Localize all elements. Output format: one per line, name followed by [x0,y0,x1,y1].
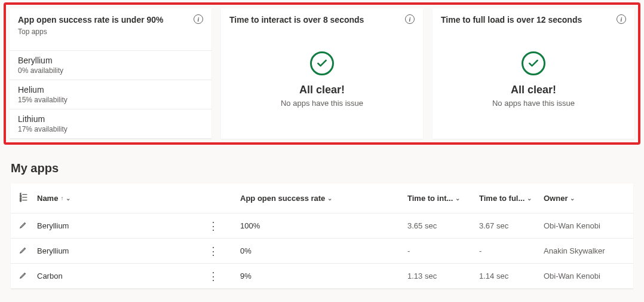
all-clear-block: All clear! No apps have this issue [433,28,634,108]
time-interact-cell: - [407,246,479,255]
table-header-row: 123 Name ↑ ⌄ App open success rate ⌄ Tim… [11,184,633,213]
list-item[interactable]: Helium 15% availability [10,80,211,109]
table-row[interactable]: Carbon ⋮ 9% 1.13 sec 1.14 sec Obi-Wan Ke… [11,264,633,289]
number-list-icon[interactable]: 123 [19,193,31,205]
chevron-down-icon: ⌄ [455,195,460,202]
chevron-down-icon: ⌄ [327,195,332,202]
card-subtitle: Top apps [10,28,211,39]
app-name-cell: Beryllium [37,221,69,230]
app-name: Helium [18,85,203,94]
list-item[interactable]: Lithium 17% availability [10,109,211,139]
all-clear-title: All clear! [511,84,556,96]
success-cell: 0% [240,246,407,255]
app-name: Lithium [18,114,203,124]
chevron-down-icon: ⌄ [570,195,575,202]
all-clear-subtitle: No apps have this issue [281,99,363,108]
kebab-menu-icon[interactable]: ⋮ [208,270,234,283]
all-clear-title: All clear! [299,84,345,96]
column-header-success[interactable]: App open success rate ⌄ [240,194,407,203]
sort-up-icon: ↑ [60,195,63,202]
column-header-owner[interactable]: Owner ⌄ [544,194,639,203]
info-icon[interactable]: i [405,14,415,24]
time-full-cell: - [479,246,544,255]
column-label: Owner [544,194,568,203]
column-header-time-full[interactable]: Time to ful... ⌄ [479,194,544,203]
checkmark-icon [310,51,334,75]
column-label: Time to ful... [479,194,525,203]
section-title-my-apps: My apps [11,161,633,175]
column-label: Time to int... [407,194,453,203]
kebab-menu-icon[interactable]: ⋮ [208,245,234,258]
app-name-cell: Beryllium [37,246,69,255]
chevron-down-icon: ⌄ [66,195,70,202]
card-title: App open success rate is under 90% [18,14,164,25]
all-clear-block: All clear! No apps have this issue [221,28,423,108]
owner-cell: Obi-Wan Kenobi [544,272,639,280]
table-row[interactable]: Beryllium ⋮ 100% 3.65 sec 3.67 sec Obi-W… [11,213,633,239]
time-full-cell: 3.67 sec [479,221,544,230]
owner-cell: Obi-Wan Kenobi [544,221,639,230]
info-icon[interactable]: i [617,14,626,24]
card-title: Time to interact is over 8 seconds [229,14,364,25]
success-cell: 100% [240,221,407,230]
success-cell: 9% [240,272,407,280]
column-header-name[interactable]: Name ↑ ⌄ [37,194,240,203]
time-full-cell: 1.14 sec [479,272,544,280]
edit-icon[interactable] [19,246,30,257]
edit-icon[interactable] [19,271,30,282]
app-availability: 17% availability [18,125,203,133]
checkmark-icon [522,51,545,75]
time-interact-cell: 1.13 sec [407,272,479,280]
table-row[interactable]: Beryllium ⋮ 0% - - Anakin Skywalker [11,239,633,264]
my-apps-table: 123 Name ↑ ⌄ App open success rate ⌄ Tim… [11,184,633,289]
app-availability: 15% availability [18,96,203,104]
owner-cell: Anakin Skywalker [544,246,639,255]
time-interact-cell: 3.65 sec [407,221,479,230]
info-icon[interactable]: i [194,14,203,24]
column-label: App open success rate [240,194,325,203]
edit-icon[interactable] [19,221,30,231]
app-name-cell: Carbon [37,272,63,280]
kebab-menu-icon[interactable]: ⋮ [208,219,234,233]
chevron-down-icon: ⌄ [527,195,532,202]
column-label: Name [37,194,58,203]
all-clear-subtitle: No apps have this issue [492,99,575,108]
column-header-time-interact[interactable]: Time to int... ⌄ [407,194,479,203]
highlighted-cards-region: App open success rate is under 90% i Top… [4,2,640,145]
top-apps-list: Beryllium 0% availability Helium 15% ava… [10,50,211,139]
app-availability: 0% availability [18,66,203,75]
card-time-full-load: Time to full load is over 12 seconds i A… [433,8,634,139]
app-name: Beryllium [18,56,203,65]
card-success-rate: App open success rate is under 90% i Top… [10,8,211,139]
card-time-interact: Time to interact is over 8 seconds i All… [221,8,423,139]
card-title: Time to full load is over 12 seconds [441,14,582,25]
list-item[interactable]: Beryllium 0% availability [10,50,211,80]
svg-text:3: 3 [20,199,22,202]
